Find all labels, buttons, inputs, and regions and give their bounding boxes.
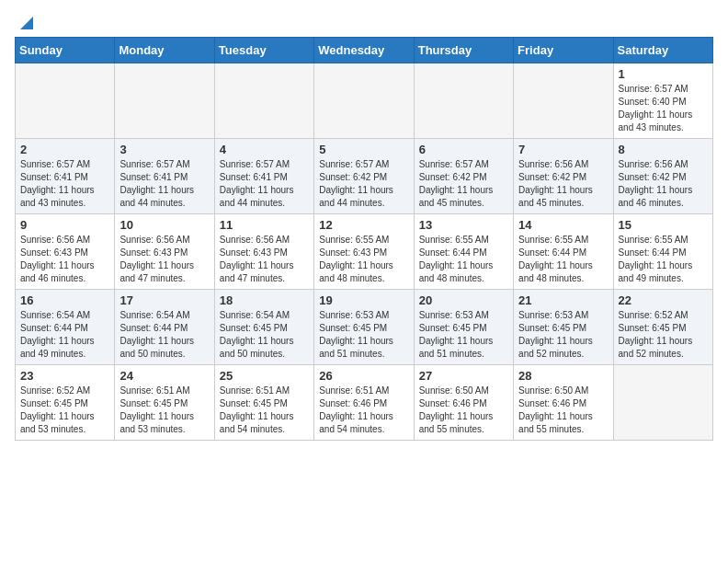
day-info: Sunrise: 6:54 AM Sunset: 6:45 PM Dayligh… bbox=[220, 309, 309, 361]
day-number: 25 bbox=[220, 369, 309, 383]
svg-marker-0 bbox=[20, 17, 33, 29]
day-info: Sunrise: 6:55 AM Sunset: 6:44 PM Dayligh… bbox=[518, 234, 608, 285]
calendar-cell: 18Sunrise: 6:54 AM Sunset: 6:45 PM Dayli… bbox=[214, 290, 313, 365]
day-number: 17 bbox=[119, 293, 209, 307]
calendar-cell bbox=[514, 63, 613, 139]
day-number: 2 bbox=[20, 143, 109, 156]
calendar-week-row: 2Sunrise: 6:57 AM Sunset: 6:41 PM Daylig… bbox=[16, 139, 713, 214]
calendar-cell: 1Sunrise: 6:57 AM Sunset: 6:40 PM Daylig… bbox=[613, 63, 712, 139]
day-number: 14 bbox=[518, 218, 608, 232]
calendar-cell: 14Sunrise: 6:55 AM Sunset: 6:44 PM Dayli… bbox=[514, 214, 613, 290]
calendar-header-monday: Monday bbox=[115, 38, 214, 63]
calendar-header-wednesday: Wednesday bbox=[314, 38, 414, 63]
calendar-cell: 24Sunrise: 6:51 AM Sunset: 6:45 PM Dayli… bbox=[115, 365, 214, 441]
calendar-table: SundayMondayTuesdayWednesdayThursdayFrid… bbox=[15, 37, 713, 441]
day-info: Sunrise: 6:54 AM Sunset: 6:44 PM Dayligh… bbox=[119, 309, 209, 361]
calendar-cell: 20Sunrise: 6:53 AM Sunset: 6:45 PM Dayli… bbox=[414, 290, 513, 365]
day-number: 21 bbox=[518, 293, 608, 307]
calendar-cell: 9Sunrise: 6:56 AM Sunset: 6:43 PM Daylig… bbox=[16, 214, 115, 290]
calendar-header-friday: Friday bbox=[514, 38, 613, 63]
calendar-header-sunday: Sunday bbox=[16, 38, 115, 63]
day-number: 3 bbox=[119, 143, 209, 156]
day-info: Sunrise: 6:54 AM Sunset: 6:44 PM Dayligh… bbox=[20, 309, 109, 361]
calendar-cell: 19Sunrise: 6:53 AM Sunset: 6:45 PM Dayli… bbox=[314, 290, 414, 365]
calendar-cell: 4Sunrise: 6:57 AM Sunset: 6:41 PM Daylig… bbox=[214, 139, 313, 214]
day-info: Sunrise: 6:51 AM Sunset: 6:45 PM Dayligh… bbox=[119, 385, 209, 436]
day-info: Sunrise: 6:57 AM Sunset: 6:41 PM Dayligh… bbox=[119, 158, 209, 210]
day-info: Sunrise: 6:57 AM Sunset: 6:41 PM Dayligh… bbox=[20, 158, 109, 210]
day-number: 22 bbox=[619, 293, 708, 307]
day-number: 19 bbox=[319, 293, 408, 307]
calendar-cell: 3Sunrise: 6:57 AM Sunset: 6:41 PM Daylig… bbox=[115, 139, 214, 214]
calendar-cell bbox=[16, 63, 115, 139]
calendar-cell: 27Sunrise: 6:50 AM Sunset: 6:46 PM Dayli… bbox=[414, 365, 513, 441]
calendar-cell: 23Sunrise: 6:52 AM Sunset: 6:45 PM Dayli… bbox=[16, 365, 115, 441]
day-number: 6 bbox=[419, 143, 508, 156]
day-info: Sunrise: 6:55 AM Sunset: 6:43 PM Dayligh… bbox=[319, 234, 408, 285]
calendar-cell: 6Sunrise: 6:57 AM Sunset: 6:42 PM Daylig… bbox=[414, 139, 513, 214]
calendar-cell bbox=[115, 63, 214, 139]
day-info: Sunrise: 6:53 AM Sunset: 6:45 PM Dayligh… bbox=[419, 309, 508, 361]
day-number: 11 bbox=[220, 218, 309, 232]
day-number: 27 bbox=[419, 369, 508, 383]
day-info: Sunrise: 6:50 AM Sunset: 6:46 PM Dayligh… bbox=[419, 385, 508, 436]
logo-triangle-icon bbox=[17, 13, 37, 33]
day-info: Sunrise: 6:55 AM Sunset: 6:44 PM Dayligh… bbox=[419, 234, 508, 285]
day-number: 5 bbox=[319, 143, 408, 156]
day-info: Sunrise: 6:56 AM Sunset: 6:42 PM Dayligh… bbox=[518, 158, 608, 210]
calendar-header-thursday: Thursday bbox=[414, 38, 513, 63]
calendar-cell: 5Sunrise: 6:57 AM Sunset: 6:42 PM Daylig… bbox=[314, 139, 414, 214]
logo bbox=[15, 15, 37, 28]
day-number: 20 bbox=[419, 293, 508, 307]
calendar-header-row: SundayMondayTuesdayWednesdayThursdayFrid… bbox=[16, 38, 713, 63]
day-number: 18 bbox=[220, 293, 309, 307]
calendar-header-tuesday: Tuesday bbox=[214, 38, 313, 63]
day-number: 8 bbox=[619, 143, 708, 156]
day-info: Sunrise: 6:56 AM Sunset: 6:43 PM Dayligh… bbox=[20, 234, 109, 285]
day-info: Sunrise: 6:52 AM Sunset: 6:45 PM Dayligh… bbox=[619, 309, 708, 361]
calendar-cell: 17Sunrise: 6:54 AM Sunset: 6:44 PM Dayli… bbox=[115, 290, 214, 365]
day-info: Sunrise: 6:51 AM Sunset: 6:45 PM Dayligh… bbox=[220, 385, 309, 436]
day-info: Sunrise: 6:51 AM Sunset: 6:46 PM Dayligh… bbox=[319, 385, 408, 436]
day-number: 10 bbox=[119, 218, 209, 232]
day-info: Sunrise: 6:53 AM Sunset: 6:45 PM Dayligh… bbox=[319, 309, 408, 361]
day-number: 4 bbox=[220, 143, 309, 156]
calendar-header-saturday: Saturday bbox=[613, 38, 712, 63]
day-info: Sunrise: 6:57 AM Sunset: 6:42 PM Dayligh… bbox=[419, 158, 508, 210]
calendar-cell bbox=[613, 365, 712, 441]
calendar-cell: 13Sunrise: 6:55 AM Sunset: 6:44 PM Dayli… bbox=[414, 214, 513, 290]
calendar-week-row: 9Sunrise: 6:56 AM Sunset: 6:43 PM Daylig… bbox=[16, 214, 713, 290]
day-number: 16 bbox=[20, 293, 109, 307]
calendar-cell bbox=[314, 63, 414, 139]
day-number: 12 bbox=[319, 218, 408, 232]
calendar-cell: 16Sunrise: 6:54 AM Sunset: 6:44 PM Dayli… bbox=[16, 290, 115, 365]
calendar-cell: 8Sunrise: 6:56 AM Sunset: 6:42 PM Daylig… bbox=[613, 139, 712, 214]
calendar-cell: 26Sunrise: 6:51 AM Sunset: 6:46 PM Dayli… bbox=[314, 365, 414, 441]
day-info: Sunrise: 6:57 AM Sunset: 6:40 PM Dayligh… bbox=[619, 83, 708, 134]
page-header bbox=[15, 15, 713, 28]
day-info: Sunrise: 6:53 AM Sunset: 6:45 PM Dayligh… bbox=[518, 309, 608, 361]
day-info: Sunrise: 6:56 AM Sunset: 6:43 PM Dayligh… bbox=[119, 234, 209, 285]
calendar-cell: 10Sunrise: 6:56 AM Sunset: 6:43 PM Dayli… bbox=[115, 214, 214, 290]
day-number: 23 bbox=[20, 369, 109, 383]
calendar-cell: 21Sunrise: 6:53 AM Sunset: 6:45 PM Dayli… bbox=[514, 290, 613, 365]
calendar-cell: 28Sunrise: 6:50 AM Sunset: 6:46 PM Dayli… bbox=[514, 365, 613, 441]
day-info: Sunrise: 6:50 AM Sunset: 6:46 PM Dayligh… bbox=[518, 385, 608, 436]
day-number: 9 bbox=[20, 218, 109, 232]
day-info: Sunrise: 6:57 AM Sunset: 6:42 PM Dayligh… bbox=[319, 158, 408, 210]
day-number: 7 bbox=[518, 143, 608, 156]
day-number: 1 bbox=[619, 67, 708, 81]
calendar-cell: 15Sunrise: 6:55 AM Sunset: 6:44 PM Dayli… bbox=[613, 214, 712, 290]
day-info: Sunrise: 6:52 AM Sunset: 6:45 PM Dayligh… bbox=[20, 385, 109, 436]
calendar-week-row: 16Sunrise: 6:54 AM Sunset: 6:44 PM Dayli… bbox=[16, 290, 713, 365]
calendar-cell: 25Sunrise: 6:51 AM Sunset: 6:45 PM Dayli… bbox=[214, 365, 313, 441]
calendar-cell bbox=[214, 63, 313, 139]
day-number: 26 bbox=[319, 369, 408, 383]
calendar-cell: 2Sunrise: 6:57 AM Sunset: 6:41 PM Daylig… bbox=[16, 139, 115, 214]
day-info: Sunrise: 6:57 AM Sunset: 6:41 PM Dayligh… bbox=[220, 158, 309, 210]
calendar-cell: 22Sunrise: 6:52 AM Sunset: 6:45 PM Dayli… bbox=[613, 290, 712, 365]
day-number: 28 bbox=[518, 369, 608, 383]
calendar-cell: 7Sunrise: 6:56 AM Sunset: 6:42 PM Daylig… bbox=[514, 139, 613, 214]
calendar-cell: 11Sunrise: 6:56 AM Sunset: 6:43 PM Dayli… bbox=[214, 214, 313, 290]
day-info: Sunrise: 6:55 AM Sunset: 6:44 PM Dayligh… bbox=[619, 234, 708, 285]
